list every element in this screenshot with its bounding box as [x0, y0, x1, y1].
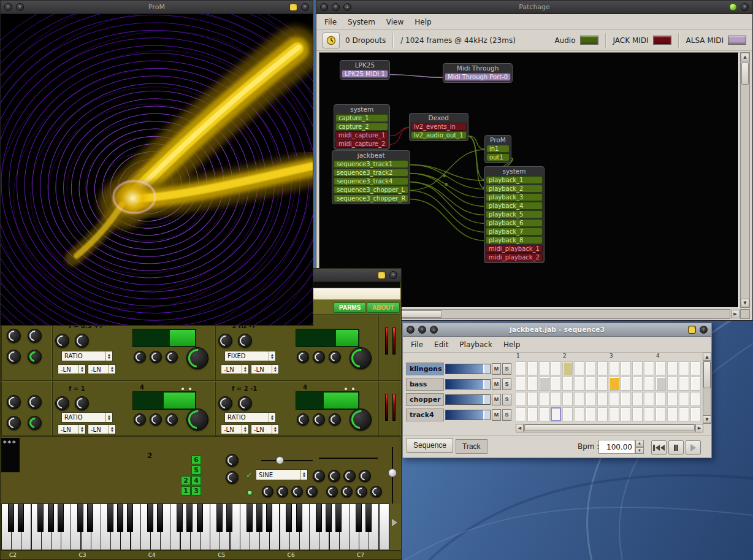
about-button[interactable]: ABOUT — [367, 302, 400, 313]
knob[interactable] — [28, 329, 42, 343]
step-cell[interactable] — [690, 361, 701, 375]
piano-key-black[interactable] — [226, 504, 232, 532]
vscroll-up-icon[interactable]: ▲ — [703, 353, 711, 361]
mode-select[interactable]: RATIO▲▼ — [61, 412, 113, 423]
spinner-arrows-icon[interactable]: ▲▼ — [109, 425, 115, 434]
knob[interactable] — [277, 486, 288, 497]
shade-icon[interactable]: ▾ — [332, 3, 340, 11]
step-cell[interactable] — [516, 392, 526, 406]
piano-key-black[interactable] — [197, 504, 203, 532]
play-button[interactable] — [686, 440, 701, 455]
piano-keyboard[interactable] — [1, 504, 389, 550]
step-cell[interactable] — [690, 407, 701, 421]
knob[interactable] — [28, 416, 42, 430]
mute-button[interactable]: M — [492, 363, 501, 375]
node-midi-through[interactable]: Midi ThroughMidi Through Port-0 — [443, 63, 513, 83]
piano-key-black[interactable] — [48, 504, 54, 532]
knob[interactable] — [356, 486, 367, 497]
jackbeat-titlebar[interactable]: ✕ ▾ ▴ jackbeat.jab - sequence3 ▾ — [403, 323, 711, 337]
port-sequence3-chopper-l[interactable]: sequence3_chopper_L — [334, 186, 408, 194]
stick-icon[interactable]: ▴ — [430, 326, 438, 334]
hscroll-thumb[interactable] — [524, 424, 695, 431]
step-cell[interactable] — [679, 407, 689, 421]
hscroll-right-icon[interactable]: ▶ — [695, 424, 703, 432]
track-row-track4[interactable]: track4MS — [405, 407, 514, 423]
node-prom-node[interactable]: ProMin1out1 — [484, 135, 511, 163]
window-menu-icon[interactable]: ▾ — [700, 326, 708, 334]
step-cell[interactable] — [562, 361, 573, 375]
step-cell[interactable] — [551, 361, 561, 375]
knob[interactable] — [28, 395, 42, 409]
piano-key-black[interactable] — [216, 504, 223, 532]
patchage-menu-help[interactable]: Help — [409, 15, 437, 29]
piano-key-black[interactable] — [247, 504, 253, 532]
shade-icon[interactable]: ▾ — [16, 3, 24, 11]
out1-select[interactable]: -LN▲▼ — [221, 364, 249, 374]
step-cell[interactable] — [632, 377, 643, 391]
step-cell[interactable] — [562, 407, 573, 421]
prom-titlebar[interactable]: ✕ ▾ ProM ▾ — [1, 1, 313, 14]
operator-box-3[interactable]: 3 — [191, 486, 201, 496]
node-jackbeat-node[interactable]: jackbeatsequence3_track1sequence3_track2… — [332, 150, 410, 204]
shade-icon[interactable]: ▾ — [418, 326, 426, 334]
mod-slider-track[interactable] — [319, 458, 378, 459]
knob[interactable] — [238, 396, 252, 410]
piano-key-black[interactable] — [356, 504, 362, 532]
piano-key-black[interactable] — [335, 504, 342, 532]
knob[interactable] — [313, 413, 325, 426]
canvas-vscrollbar[interactable]: ▲ ▼ — [740, 52, 750, 308]
knob[interactable] — [350, 408, 372, 431]
step-cell[interactable] — [679, 392, 689, 406]
step-cell[interactable] — [551, 377, 561, 391]
step-cell[interactable] — [632, 407, 643, 421]
step-cell[interactable] — [690, 377, 701, 391]
port-midi-through-port-0[interactable]: Midi Through Port-0 — [445, 73, 511, 81]
piano-key-black[interactable] — [365, 504, 372, 532]
grid-vscrollbar[interactable]: ▲ ▼ — [703, 353, 711, 424]
alsa-midi-color-swatch[interactable] — [728, 36, 746, 45]
piano-key-black[interactable] — [87, 504, 93, 532]
port-sequence3-chopper-r[interactable]: sequence3_chopper_R — [334, 194, 408, 202]
step-cell[interactable] — [597, 361, 608, 375]
knob[interactable] — [150, 413, 162, 426]
port-playback-7[interactable]: playback_7 — [486, 228, 543, 236]
patchage-menu-system[interactable]: System — [342, 15, 381, 29]
rewind-button[interactable] — [651, 440, 667, 455]
step-cell[interactable] — [597, 377, 608, 391]
track-row-klingons[interactable]: klingonsMS — [405, 361, 514, 377]
step-cell[interactable] — [516, 407, 526, 421]
knob[interactable] — [55, 334, 69, 348]
step-cell[interactable] — [609, 392, 619, 406]
knob[interactable] — [329, 351, 341, 363]
piano-key-black[interactable] — [316, 504, 322, 532]
operator-box-2[interactable]: 2 — [181, 476, 191, 485]
knob[interactable] — [297, 413, 309, 426]
spinner-arrows-icon[interactable]: ▲▼ — [242, 425, 248, 434]
vscroll-up-icon[interactable]: ▲ — [741, 53, 749, 61]
step-cell[interactable] — [551, 407, 561, 421]
knob[interactable] — [150, 351, 162, 363]
vscroll-down-icon[interactable]: ▼ — [741, 299, 749, 307]
step-cell[interactable] — [597, 392, 608, 406]
piano-key-black[interactable] — [117, 504, 123, 532]
hscroll-right-icon[interactable]: ▶ — [731, 310, 740, 318]
piano-key-black[interactable] — [157, 504, 163, 532]
step-cell[interactable] — [644, 407, 654, 421]
knob[interactable] — [55, 396, 69, 410]
step-cell[interactable] — [644, 377, 654, 391]
piano-key-black[interactable] — [296, 504, 302, 532]
knob[interactable] — [134, 351, 146, 363]
knob[interactable] — [134, 413, 146, 426]
piano-key-white[interactable] — [379, 504, 389, 550]
port-sequence3-track4[interactable]: sequence3_track4 — [334, 177, 408, 185]
port-midi-playback-2[interactable]: midi_playback_2 — [486, 253, 543, 261]
step-cell[interactable] — [667, 377, 678, 391]
piano-key-black[interactable] — [77, 504, 83, 532]
step-cell[interactable] — [632, 392, 643, 406]
mute-button[interactable]: M — [492, 378, 501, 390]
patchage-titlebar[interactable]: ✕ ▾ ▴ Patchage ▾ — [316, 1, 752, 14]
step-cell[interactable] — [667, 361, 678, 375]
step-cell[interactable] — [574, 361, 584, 375]
grid-hscrollbar[interactable]: ◀ ▶ — [516, 424, 703, 432]
bpm-value[interactable]: 100.00 — [598, 440, 635, 454]
